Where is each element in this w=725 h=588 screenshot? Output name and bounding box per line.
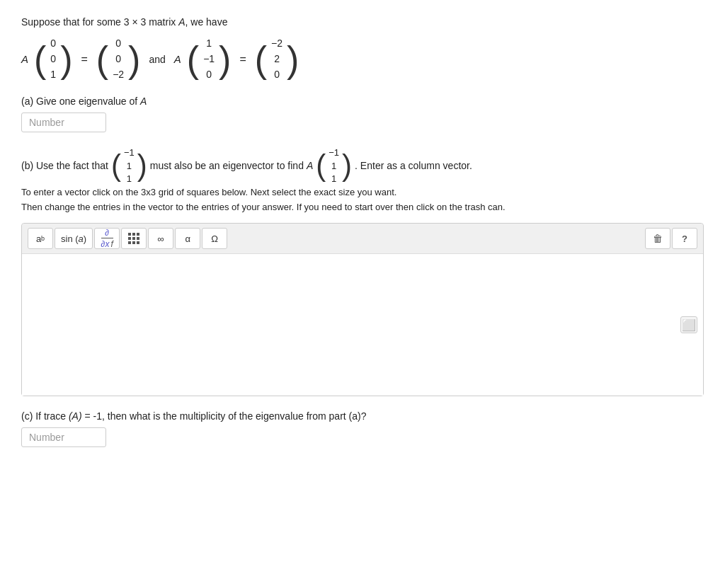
part-a-matrix-label: A: [140, 96, 147, 107]
eq1-rhs-1: 0: [115, 52, 121, 67]
eq2-lhs-0: 1: [206, 37, 212, 51]
eq2-rhs-vector: ( −2 2 0 ): [255, 35, 299, 83]
part-b-vector1: ( −1 1 1 ): [111, 146, 147, 185]
bracket-right-1: ): [60, 41, 72, 78]
eq1-rhs-2: −2: [113, 68, 124, 82]
grid-icon: [128, 233, 139, 244]
problem-statement: Suppose that for some 3 × 3 matrix A, we…: [21, 14, 704, 83]
trash-button[interactable]: 🗑: [645, 228, 670, 249]
part-b-section: (b) Use the fact that ( −1 1 1 ) must al…: [21, 146, 704, 396]
omega-symbol: Ω: [211, 234, 218, 244]
part-b-matrix-label: A: [307, 160, 313, 171]
sm-col-2: −1 1 1: [326, 146, 342, 185]
bracket-left-1: (: [34, 41, 46, 78]
eq1-rhs-vector: ( 0 0 −2 ): [96, 35, 141, 83]
sm-v1-1: 1: [127, 160, 132, 173]
instructions-line2: Then change the entries in the vector to…: [21, 200, 704, 215]
editor-body[interactable]: ⬜: [22, 254, 703, 396]
sm-bracket-right-1: ): [137, 151, 147, 180]
eq2-lhs-1: −1: [203, 52, 215, 67]
partial-symbol: ∂: [105, 228, 109, 238]
eq1-lhs-0: 0: [50, 37, 56, 51]
grid-button[interactable]: [121, 228, 147, 249]
part-c-rest: = -1, then what is the multiplicity of t…: [82, 410, 367, 422]
part-b-post: . Enter as a column vector.: [355, 160, 472, 171]
eq1-lhs-vector: ( 0 0 1 ): [34, 35, 72, 83]
help-button[interactable]: ?: [672, 228, 697, 249]
help-icon: ?: [682, 234, 687, 244]
power-base: a: [36, 234, 41, 244]
instructions: To enter a vector click on the 3x3 grid …: [21, 185, 704, 215]
editor-side-icon[interactable]: ⬜: [680, 316, 697, 333]
bracket-left-3: (: [187, 41, 199, 78]
power-exp: b: [41, 235, 45, 242]
sm-v2-1: 1: [331, 160, 336, 173]
part-b-description: (b) Use the fact that ( −1 1 1 ) must al…: [21, 146, 704, 185]
eq2-rhs-col: −2 2 0: [267, 35, 287, 83]
sm-v1-0: −1: [124, 146, 135, 159]
editor-toolbar: ab sin (a) ∂ ∂x f: [22, 224, 703, 254]
sm-bracket-right-2: ): [342, 151, 352, 180]
alpha-symbol: α: [185, 234, 190, 244]
bracket-right-3: ): [219, 41, 231, 78]
part-b-mid: must also be an eigenvector to find: [150, 160, 304, 171]
part-c-input[interactable]: [21, 427, 106, 447]
infinity-button[interactable]: ∞: [148, 228, 173, 249]
eq1-lhs-1: 0: [50, 52, 56, 67]
sm-v2-2: 1: [331, 173, 336, 185]
page-icon: ⬜: [682, 318, 696, 332]
sin-label: sin (a): [61, 234, 86, 244]
sin-button[interactable]: sin (a): [55, 228, 93, 249]
alpha-button[interactable]: α: [175, 228, 200, 249]
part-a-label: (a) Give one eigenvalue of A: [21, 96, 704, 107]
equals-1: =: [78, 50, 90, 69]
intro-text: Suppose that for some 3 × 3 matrix A, we…: [21, 14, 704, 30]
trash-icon: 🗑: [653, 233, 663, 244]
intro-matrix-label: A: [178, 16, 185, 28]
eq2-label: A: [174, 51, 181, 68]
sm-col-1: −1 1 1: [121, 146, 137, 185]
eq2-rhs-2: 0: [274, 68, 280, 82]
eq1-rhs-0: 0: [115, 37, 121, 51]
partial-f: f: [110, 239, 113, 249]
part-a-input[interactable]: [21, 113, 106, 132]
eq1-lhs-2: 1: [50, 68, 56, 82]
part-c-section: (c) If trace (A) = -1, then what is the …: [21, 410, 704, 447]
eq1-rhs-col: 0 0 −2: [108, 35, 128, 83]
part-b-pre: (b) Use the fact that: [21, 160, 108, 171]
sm-bracket-left-2: (: [316, 151, 326, 180]
eq2-lhs-vector: ( 1 −1 0 ): [187, 35, 232, 83]
part-c-label: (c) If trace (A) = -1, then what is the …: [21, 410, 704, 422]
eq1-label: A: [21, 51, 28, 68]
math-editor: ab sin (a) ∂ ∂x f: [21, 223, 704, 396]
sm-v1-2: 1: [127, 173, 132, 185]
partial-dx: ∂x: [101, 239, 110, 249]
bracket-right-4: ): [287, 41, 299, 78]
and-text: and: [146, 52, 168, 67]
eq2-rhs-0: −2: [271, 37, 282, 51]
omega-button[interactable]: Ω: [202, 228, 227, 249]
bracket-left-4: (: [255, 41, 267, 78]
intro-pre: Suppose that for some 3 × 3 matrix: [21, 16, 176, 28]
sm-bracket-left-1: (: [111, 151, 121, 180]
instructions-line1: To enter a vector click on the 3x3 grid …: [21, 185, 704, 200]
eq2-rhs-1: 2: [274, 52, 280, 67]
bracket-right-2: ): [128, 41, 140, 78]
matrix-equations-row: A ( 0 0 1 ) = ( 0 0 −2 ) and A (: [21, 35, 704, 83]
eq2-lhs-2: 0: [206, 68, 212, 82]
bracket-left-2: (: [96, 41, 108, 78]
eq2-lhs-col: 1 −1 0: [199, 35, 219, 83]
part-a-text: (a) Give one eigenvalue of: [21, 96, 140, 107]
equals-2: =: [236, 50, 249, 69]
part-b-vector2: ( −1 1 1 ): [316, 146, 352, 185]
part-c-pre: (c) If trace: [21, 410, 69, 422]
partial-deriv-button[interactable]: ∂ ∂x f: [94, 228, 120, 249]
eq1-lhs-col: 0 0 1: [46, 35, 60, 83]
part-c-matrix-label: (A): [69, 410, 82, 422]
intro-rest: , we have: [185, 16, 228, 28]
infinity-symbol: ∞: [158, 234, 164, 244]
part-a-section: (a) Give one eigenvalue of A: [21, 96, 704, 132]
sm-v2-0: −1: [329, 146, 339, 159]
power-button[interactable]: ab: [28, 228, 53, 249]
